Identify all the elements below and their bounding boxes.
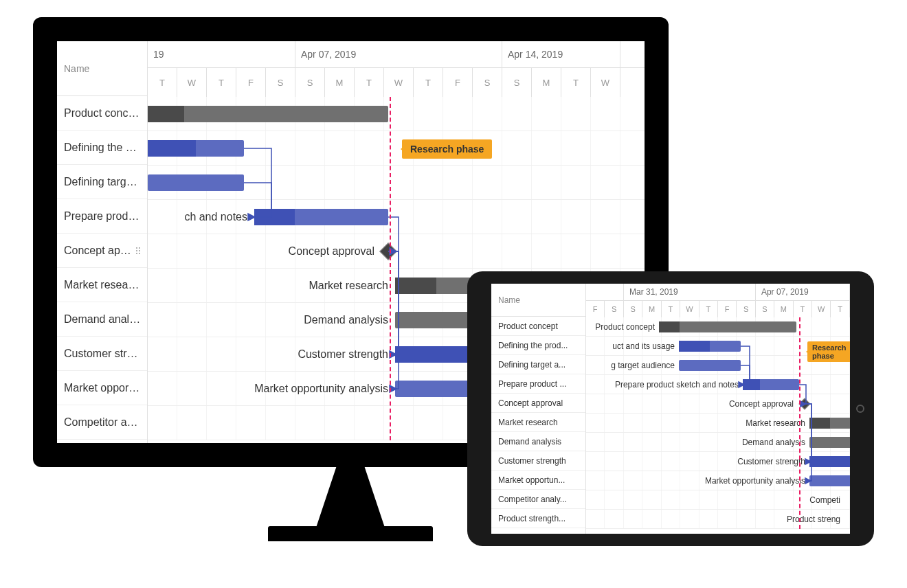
timeline-row: Concept approval xyxy=(586,394,850,414)
task-bar[interactable]: uct and its usage xyxy=(679,341,741,352)
task-bar-label: Competi xyxy=(809,495,844,505)
task-row[interactable]: Concept approval xyxy=(491,394,585,413)
task-name-label: Prepare product ... xyxy=(498,379,580,389)
day-header: F xyxy=(586,301,605,317)
task-row[interactable]: Product strength... xyxy=(491,509,585,528)
task-bar[interactable] xyxy=(148,106,388,122)
name-column-header: Name xyxy=(57,41,147,96)
day-header: T xyxy=(699,301,718,317)
task-name-label: Market opportun... xyxy=(64,382,142,394)
tablet-home-button[interactable] xyxy=(856,405,864,413)
task-name-label: Concept approval xyxy=(498,398,580,408)
task-name-label: Customer strength xyxy=(498,456,580,466)
task-bar[interactable]: Prepare product sketch and notes xyxy=(743,379,799,390)
timeline-row: Demand analysis xyxy=(586,433,850,452)
task-name-label: Market research xyxy=(498,418,580,427)
timeline-row: Concept approval xyxy=(148,234,645,269)
day-header: T xyxy=(662,301,680,317)
task-bar[interactable] xyxy=(148,140,244,157)
timeline-row: Market opportunity analysis xyxy=(586,471,850,490)
task-bar[interactable]: Product concept xyxy=(659,321,796,332)
timeline-area[interactable]: Mar 31, 2019Apr 07, 2019FSSMTWTFSSMTWTPr… xyxy=(586,284,850,534)
day-header: F xyxy=(236,68,266,97)
gantt-chart-tablet[interactable]: NameProduct conceptDefining the prod...D… xyxy=(491,284,850,534)
task-row[interactable]: Product concept xyxy=(57,96,147,131)
task-bar[interactable]: g target audience xyxy=(679,360,741,371)
milestone-label: Concept approval xyxy=(729,399,798,409)
task-bar[interactable] xyxy=(148,174,244,191)
task-row[interactable]: Product concept xyxy=(491,317,585,336)
day-header: T xyxy=(561,68,591,97)
task-name-label: Prepare product ... xyxy=(64,210,142,223)
task-row[interactable]: Customer strength xyxy=(57,337,147,371)
day-header: W xyxy=(591,68,620,97)
task-row[interactable]: Competitor analy... xyxy=(57,405,147,440)
drag-handle-icon[interactable] xyxy=(136,247,142,254)
monitor-stand xyxy=(268,466,433,541)
task-name-label: Competitor analy... xyxy=(498,495,580,504)
task-row[interactable]: Prepare product ... xyxy=(57,199,147,234)
task-row[interactable]: Market opportun... xyxy=(491,471,585,490)
tablet-screen: NameProduct conceptDefining the prod...D… xyxy=(491,284,850,534)
task-row[interactable]: Concept approval xyxy=(57,234,147,268)
today-marker xyxy=(390,97,391,440)
milestone-icon[interactable] xyxy=(799,398,811,410)
task-bar-label: g target audience xyxy=(611,361,679,370)
task-bar[interactable]: Customer strength xyxy=(809,456,850,467)
milestone-icon[interactable] xyxy=(379,242,396,260)
day-header: T xyxy=(355,68,384,97)
day-header: M xyxy=(532,68,561,97)
task-row[interactable]: Defining the prod... xyxy=(57,131,147,165)
task-bar-label: uct and its usage xyxy=(612,341,679,351)
day-header: S xyxy=(737,301,755,317)
task-row[interactable]: Competitor analy... xyxy=(491,490,585,509)
task-row[interactable]: Demand analysis xyxy=(57,302,147,337)
timeline-row: ch and notes xyxy=(148,200,645,234)
task-bar[interactable]: Market opportunity analysis xyxy=(809,475,850,486)
day-header: S xyxy=(266,68,295,97)
tooltip-research-phase: Research phase xyxy=(402,139,492,159)
task-row[interactable]: Defining target a... xyxy=(491,355,585,374)
task-name-label: Demand analysis xyxy=(64,313,142,326)
task-bar-label: Product concept xyxy=(595,322,659,332)
task-bar[interactable]: Market research xyxy=(809,418,850,429)
timeline-row: Product concept xyxy=(586,317,850,337)
task-name-label: Defining the prod... xyxy=(498,341,580,350)
task-name-label: Customer strength xyxy=(64,348,142,360)
week-header: Mar 31, 2019 xyxy=(624,284,756,300)
task-name-label: Concept approval xyxy=(64,245,136,257)
task-name-label: Product concept xyxy=(498,321,580,331)
task-row[interactable]: Prepare product ... xyxy=(491,374,585,394)
timeline-row xyxy=(148,97,645,131)
day-header: T xyxy=(148,68,177,97)
day-header: M xyxy=(325,68,355,97)
milestone-label: Concept approval xyxy=(289,245,381,258)
task-name-label: Demand analysis xyxy=(498,437,580,446)
day-header: S xyxy=(756,301,774,317)
tooltip-research-phase: Research phase xyxy=(807,341,850,362)
week-header xyxy=(586,284,624,300)
timeline-row: Prepare product sketch and notes xyxy=(586,375,850,394)
task-row[interactable]: Demand analysis xyxy=(491,432,585,451)
day-header: F xyxy=(443,68,473,97)
task-name-label: Product concept xyxy=(64,107,142,120)
task-row[interactable]: Market research xyxy=(57,268,147,302)
task-name-column: NameProduct conceptDefining the prod...D… xyxy=(491,284,586,534)
task-name-label: Defining target a... xyxy=(64,176,142,188)
task-row[interactable]: Defining the prod... xyxy=(491,336,585,355)
day-header: T xyxy=(414,68,443,97)
task-row[interactable]: Market opportun... xyxy=(57,371,147,405)
week-header: Apr 14, 2019 xyxy=(502,41,620,67)
timeline-row: Competi xyxy=(586,490,850,510)
task-name-label: Competitor analy... xyxy=(64,416,142,429)
task-bar[interactable]: ch and notes xyxy=(254,209,388,225)
task-bar-label: Demand analysis xyxy=(304,314,395,326)
task-row[interactable]: Defining target a... xyxy=(57,165,147,199)
task-row[interactable]: Market research xyxy=(491,413,585,432)
week-header: 19 xyxy=(148,41,295,67)
day-header: W xyxy=(384,68,414,97)
today-marker xyxy=(799,317,800,529)
day-header: S xyxy=(624,301,642,317)
task-row[interactable]: Customer strength xyxy=(491,451,585,471)
task-bar[interactable]: Demand analysis xyxy=(809,437,850,448)
